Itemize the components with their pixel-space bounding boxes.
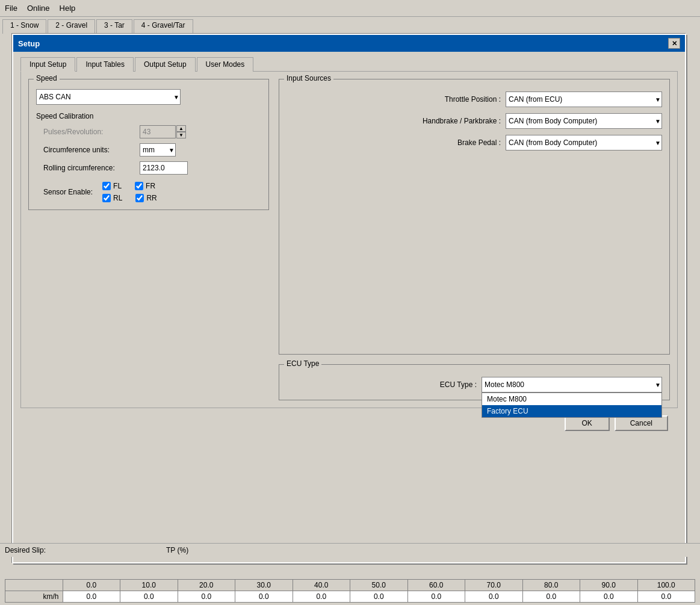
speed-group: Speed ABS CAN Hall Sensor GPS CAN Bus ▼ [28, 79, 269, 210]
table-header-10: 10.0 [120, 580, 178, 591]
throttle-select[interactable]: CAN (from ECU) Analog None [506, 92, 662, 107]
speed-group-title: Speed [34, 74, 60, 82]
table-header-70: 70.0 [465, 580, 523, 591]
brake-label: Brake Pedal : [457, 138, 501, 147]
circumference-units-row: Circumference units: mm inch ▼ [36, 143, 261, 157]
throttle-row: Throttle Position : CAN (from ECU) Analo… [287, 92, 662, 107]
menu-online[interactable]: Online [27, 4, 50, 13]
ecu-type-select[interactable]: Motec M800 Factory ECU [482, 377, 662, 392]
table-cell[interactable]: 0.0 [407, 591, 465, 603]
right-panel: Input Sources Throttle Position : CAN (f… [279, 79, 670, 400]
ecu-type-title: ECU Type [284, 359, 321, 368]
speed-dropdown-row: ABS CAN Hall Sensor GPS CAN Bus ▼ [36, 89, 261, 105]
sensor-front-row: FL FR [102, 182, 157, 190]
fr-checkbox[interactable] [135, 182, 143, 190]
table-cell[interactable]: 0.0 [120, 591, 178, 603]
handbrake-dropdown-wrapper: CAN (from Body Computer) Analog None ▼ [506, 113, 662, 129]
throttle-dropdown-wrapper: CAN (from ECU) Analog None ▼ [506, 92, 662, 107]
pulses-row: Pulses/Revolution: ▲ ▼ [36, 125, 261, 138]
tab-4-gravel-tar[interactable]: 4 - Gravel/Tar [134, 19, 193, 34]
calibration-title: Speed Calibration [36, 112, 261, 120]
pulses-down-button[interactable]: ▼ [176, 132, 186, 138]
dialog-content: Input Setup Input Tables Output Setup Us… [13, 52, 685, 443]
handbrake-select[interactable]: CAN (from Body Computer) Analog None [506, 113, 662, 129]
brake-select[interactable]: CAN (from Body Computer) Analog None [506, 135, 662, 150]
brake-dropdown-wrapper: CAN (from Body Computer) Analog None ▼ [506, 135, 662, 150]
table-header-50: 50.0 [350, 580, 408, 591]
table-cell[interactable]: 0.0 [293, 591, 350, 603]
speed-calibration-section: Speed Calibration Pulses/Revolution: ▲ ▼ [36, 112, 261, 175]
status-bar: Desired Slip: TP (%) [0, 543, 700, 557]
fr-label: FR [146, 182, 155, 190]
rolling-input[interactable] [140, 161, 188, 175]
rr-checkbox[interactable] [135, 194, 144, 202]
fl-label: FL [113, 182, 122, 190]
handbrake-row: Handbrake / Parkbrake : CAN (from Body C… [287, 113, 662, 129]
fl-checkbox[interactable] [102, 182, 111, 190]
table-header-90: 90.0 [580, 580, 638, 591]
sensor-rear-row: RL RR [102, 194, 157, 202]
pulses-label: Pulses/Revolution: [43, 128, 140, 136]
ecu-type-row: ECU Type : Motec M800 Factory ECU ▼ Mote… [287, 377, 662, 392]
rl-label: RL [113, 194, 122, 202]
sensor-checks: FL FR RL [102, 182, 157, 202]
ecu-dropdown-list: Motec M800 Factory ECU [482, 392, 662, 418]
table-cell[interactable]: 0.0 [350, 591, 408, 603]
circumference-units-label: Circumference units: [43, 146, 140, 154]
ecu-option-factory[interactable]: Factory ECU [482, 405, 661, 417]
speed-dropdown-wrapper: ABS CAN Hall Sensor GPS CAN Bus ▼ [36, 89, 181, 105]
close-button[interactable]: ✕ [668, 38, 680, 49]
tab-input-setup[interactable]: Input Setup [20, 57, 75, 72]
fr-check-item: FR [135, 182, 155, 190]
table-header-40: 40.0 [293, 580, 350, 591]
tab-1-snow[interactable]: 1 - Snow [2, 19, 46, 34]
menu-file[interactable]: File [5, 4, 17, 13]
table-cell[interactable]: 0.0 [580, 591, 638, 603]
menu-bar: File Online Help [0, 0, 700, 17]
inner-tab-bar: Input Setup Input Tables Output Setup Us… [20, 57, 678, 71]
table-cell[interactable]: 0.0 [465, 591, 523, 603]
tab-content-area: Speed ABS CAN Hall Sensor GPS CAN Bus ▼ [20, 71, 678, 408]
rr-label: RR [146, 194, 156, 202]
circumference-units-select[interactable]: mm inch [140, 143, 176, 157]
menu-help[interactable]: Help [60, 4, 76, 13]
table-cell[interactable]: 0.0 [63, 591, 120, 603]
rolling-label: Rolling circumference: [43, 164, 140, 172]
tab-user-modes[interactable]: User Modes [197, 57, 254, 72]
brake-row: Brake Pedal : CAN (from Body Computer) A… [287, 135, 662, 150]
table-header-row: 0.0 10.0 20.0 30.0 40.0 50.0 60.0 70.0 8… [5, 580, 695, 591]
left-panel: Speed ABS CAN Hall Sensor GPS CAN Bus ▼ [28, 79, 269, 400]
table-header-0: 0.0 [63, 580, 120, 591]
input-sources-group: Input Sources Throttle Position : CAN (f… [279, 79, 670, 355]
pulses-up-button[interactable]: ▲ [176, 125, 186, 132]
sensor-enable-row: Sensor Enable: FL FR [36, 182, 261, 202]
dialog-titlebar: Setup ✕ [13, 35, 685, 52]
table-unit-label: km/h [5, 591, 63, 603]
table-cell[interactable]: 0.0 [522, 591, 580, 603]
table-row: km/h 0.0 0.0 0.0 0.0 0.0 0.0 0.0 0.0 0.0… [5, 591, 695, 603]
table-cell[interactable]: 0.0 [637, 591, 695, 603]
input-sources-title: Input Sources [284, 74, 333, 82]
table-header-30: 30.0 [235, 580, 293, 591]
ecu-type-label: ECU Type : [440, 380, 477, 389]
rl-checkbox[interactable] [102, 194, 111, 202]
desired-slip-label: Desired Slip: [5, 546, 46, 554]
speed-select[interactable]: ABS CAN Hall Sensor GPS CAN Bus [36, 89, 181, 105]
tab-input-tables[interactable]: Input Tables [76, 57, 134, 72]
table-cell[interactable]: 0.0 [235, 591, 293, 603]
ecu-option-motec[interactable]: Motec M800 [482, 393, 661, 405]
table-header-80: 80.0 [522, 580, 580, 591]
tab-bar: 1 - Snow 2 - Gravel 3 - Tar 4 - Gravel/T… [0, 17, 700, 34]
setup-dialog: Setup ✕ Input Setup Input Tables Output … [12, 34, 686, 563]
handbrake-label: Handbrake / Parkbrake : [423, 117, 501, 125]
tab-output-setup[interactable]: Output Setup [135, 57, 196, 72]
tab-2-gravel[interactable]: 2 - Gravel [48, 19, 95, 34]
table-cell[interactable]: 0.0 [178, 591, 235, 603]
dialog-title: Setup [18, 39, 40, 48]
ecu-dropdown-wrapper: Motec M800 Factory ECU ▼ Motec M800 Fact… [482, 377, 662, 392]
pulses-input[interactable] [140, 125, 176, 138]
throttle-label: Throttle Position : [445, 95, 501, 104]
tab-3-tar[interactable]: 3 - Tar [96, 19, 132, 34]
fl-check-item: FL [102, 182, 122, 190]
tp-label: TP (%) [166, 546, 188, 554]
